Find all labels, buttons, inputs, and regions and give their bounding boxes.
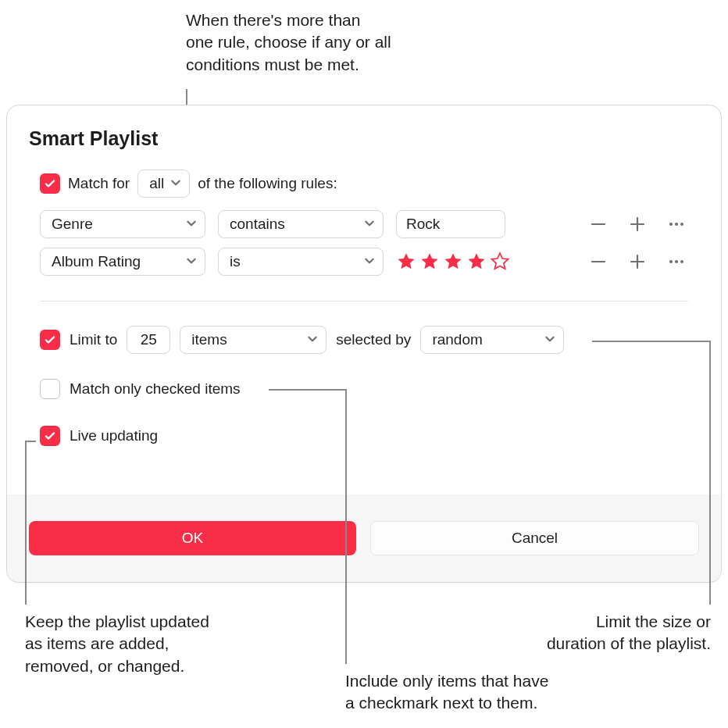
selected-by-select[interactable]: random xyxy=(420,326,564,354)
more-rule-button[interactable] xyxy=(663,211,690,237)
plus-icon xyxy=(628,215,647,234)
svg-point-9 xyxy=(669,260,673,263)
star-outline-icon xyxy=(490,252,510,272)
chevron-down-icon xyxy=(170,175,181,192)
chevron-down-icon xyxy=(186,216,197,233)
chevron-down-icon xyxy=(364,216,375,233)
svg-point-3 xyxy=(669,223,673,226)
chevron-down-icon xyxy=(307,331,318,348)
rule-field-value: Genre xyxy=(52,216,93,233)
remove-rule-button[interactable] xyxy=(585,211,612,237)
svg-point-5 xyxy=(680,223,683,226)
match-checked-row: Match only checked items xyxy=(40,379,241,399)
divider xyxy=(40,301,688,302)
minus-icon xyxy=(589,252,608,271)
match-suffix: of the following rules: xyxy=(198,175,337,192)
ellipsis-icon xyxy=(667,252,686,271)
match-prefix: Match for xyxy=(68,175,130,192)
leader-line xyxy=(269,389,347,391)
leader-line xyxy=(709,341,711,605)
limit-unit-value: items xyxy=(191,331,227,348)
chevron-down-icon xyxy=(544,331,555,348)
callout-live-updating: Keep the playlist updated as items are a… xyxy=(25,611,209,677)
match-row: Match for all of the following rules: xyxy=(40,170,337,198)
chevron-down-icon xyxy=(186,253,197,270)
leader-line xyxy=(592,341,711,342)
live-updating-row: Live updating xyxy=(40,426,158,446)
selected-by-label: selected by xyxy=(336,331,411,348)
checkmark-icon xyxy=(44,430,56,442)
minus-icon xyxy=(589,215,608,234)
match-mode-value: all xyxy=(149,175,164,192)
limit-label: Limit to xyxy=(70,331,117,348)
rule-operator-value: is xyxy=(230,253,241,270)
match-checked-label: Match only checked items xyxy=(70,380,241,398)
checkmark-icon xyxy=(44,334,56,346)
star-filled-icon xyxy=(443,252,463,272)
cancel-button[interactable]: Cancel xyxy=(370,521,699,555)
add-rule-button[interactable] xyxy=(624,211,651,237)
selected-by-value: random xyxy=(432,331,482,348)
svg-point-10 xyxy=(675,260,678,263)
limit-row: Limit to 25 items selected by random xyxy=(40,326,564,354)
match-mode-select[interactable]: all xyxy=(137,170,190,198)
limit-value-input[interactable]: 25 xyxy=(127,326,170,354)
svg-point-11 xyxy=(680,260,683,263)
plus-icon xyxy=(628,252,647,271)
rules-list: Genre contains Rock Album Rating xyxy=(40,210,690,285)
match-checked-checkbox[interactable] xyxy=(40,379,60,399)
rule-field-select[interactable]: Genre xyxy=(40,210,205,238)
star-filled-icon xyxy=(396,252,416,272)
checkmark-icon xyxy=(44,177,56,190)
add-rule-button[interactable] xyxy=(624,248,651,275)
rule-operator-select[interactable]: is xyxy=(218,248,384,276)
leader-line xyxy=(25,441,27,605)
live-updating-label: Live updating xyxy=(70,427,158,444)
callout-limit: Limit the size or duration of the playli… xyxy=(547,611,711,655)
live-updating-checkbox[interactable] xyxy=(40,426,60,446)
rule-value-input[interactable]: Rock xyxy=(396,210,505,238)
smart-playlist-dialog: Smart Playlist Match for all of the foll… xyxy=(6,105,722,583)
callout-match-checked: Include only items that have a checkmark… xyxy=(345,670,548,715)
ok-button[interactable]: OK xyxy=(29,521,356,555)
leader-line xyxy=(345,389,347,664)
rule-stars-input[interactable] xyxy=(396,252,529,272)
callout-match-mode: When there's more than one rule, choose … xyxy=(186,9,391,76)
more-rule-button[interactable] xyxy=(663,248,690,275)
rule-row: Genre contains Rock xyxy=(40,210,690,238)
limit-checkbox[interactable] xyxy=(40,330,60,350)
chevron-down-icon xyxy=(364,253,375,270)
remove-rule-button[interactable] xyxy=(585,248,612,275)
dialog-title: Smart Playlist xyxy=(29,127,158,150)
star-filled-icon xyxy=(466,252,487,272)
limit-unit-select[interactable]: items xyxy=(180,326,327,354)
match-checkbox[interactable] xyxy=(40,173,60,194)
star-filled-icon xyxy=(419,252,440,272)
leader-line xyxy=(25,441,36,442)
rule-field-select[interactable]: Album Rating xyxy=(40,248,205,276)
dialog-footer: OK Cancel xyxy=(7,494,721,582)
ellipsis-icon xyxy=(667,215,686,234)
rule-operator-select[interactable]: contains xyxy=(218,210,384,238)
rule-row: Album Rating is xyxy=(40,248,690,276)
rule-field-value: Album Rating xyxy=(52,253,141,270)
svg-point-4 xyxy=(675,223,678,226)
rule-operator-value: contains xyxy=(230,216,285,233)
